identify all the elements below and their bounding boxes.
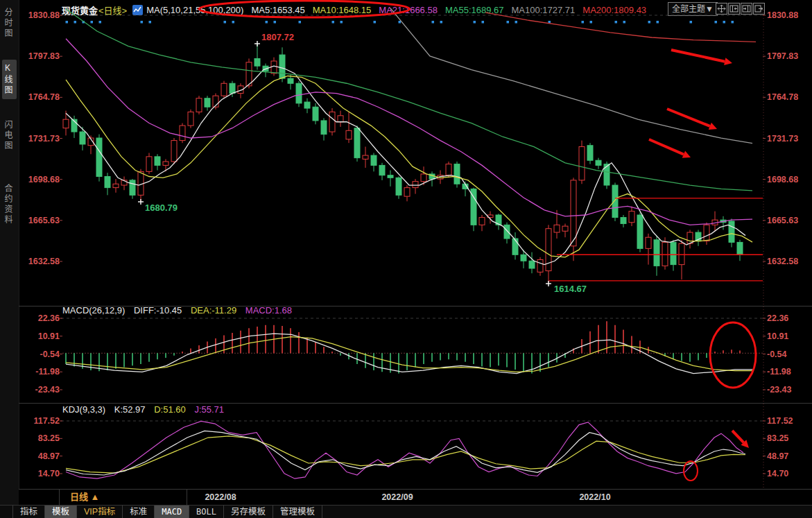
svg-text:1807.72: 1807.72 [261,32,294,42]
xaxis-month-label: 2022/10 [579,490,610,505]
ma-lines-layer [66,4,756,265]
gridlines-layer [19,10,812,487]
svg-text:-23.43: -23.43 [767,385,791,395]
drawn-ellipse [710,322,756,388]
tab-另存模板[interactable]: 另存模板 [224,506,273,518]
tab-VIP指标[interactable]: VIP指标 [77,506,123,518]
kdj-layer [66,421,745,478]
sidebar-item-contract-info[interactable]: 合约资料 [2,180,17,229]
ma-line-ma21 [66,39,752,225]
tab-指标[interactable]: 指标 [12,506,45,518]
svg-text:1764.78: 1764.78 [28,92,60,102]
ma10-value: MA10:1648.15 [313,5,372,15]
xaxis-month-label: 2022/09 [381,490,413,505]
ma-formula: MA(5,10,21,55,100,200) [146,5,243,15]
xaxis-month-label: 2022/08 [205,490,236,505]
drawn-arrow [732,431,743,442]
period-indicator: <日线> [98,3,127,17]
price-annotations-layer: 1807.721680.791614.67 [138,32,587,294]
svg-text:-23.43: -23.43 [35,385,60,395]
tab-MACD[interactable]: MACD [155,506,189,518]
svg-text:117.52: 117.52 [767,416,793,426]
macd-dea-line [66,337,752,372]
kdj-title: KDJ(9,3,3) [62,404,105,415]
svg-text:1632.58: 1632.58 [767,257,798,266]
pane-export-icon[interactable] [753,3,765,15]
pane-right-icon[interactable] [741,3,752,15]
ma21-value: MA21:1666.58 [379,5,438,15]
symbol-name: 现货黄金 [62,3,98,17]
svg-text:48.97: 48.97 [767,451,788,461]
svg-text:48.97: 48.97 [38,451,60,461]
svg-text:1797.83: 1797.83 [767,51,798,61]
sidebar-item-time-chart[interactable]: 分时图 [2,4,17,42]
kdj-k-line [66,431,745,475]
drawn-arrow [671,50,725,62]
tab-模板[interactable]: 模板 [45,506,77,518]
svg-text:117.52: 117.52 [33,416,60,426]
ma5-value: MA5:1653.45 [251,5,304,15]
svg-text:83.25: 83.25 [38,433,60,443]
pane-left-icon[interactable] [728,3,740,15]
kline-chart[interactable]: 1830.881830.881797.831797.831764.781764.… [0,0,812,518]
drawn-annotations-layer[interactable] [199,1,763,481]
sidebar-item-kline-chart[interactable]: K线图 [2,60,17,99]
candlestick-chart-icon [132,5,143,15]
svg-text:1680.79: 1680.79 [145,202,178,213]
macd-layer [62,321,763,373]
svg-text:1698.68: 1698.68 [767,175,798,184]
kdj-j-value: J:55.71 [194,404,224,415]
bottom-tabbar: 指标模板VIP指标标准MACDBOLL另存模板管理模板 [0,505,812,518]
drawn-ellipse [684,461,698,481]
svg-text:10.91: 10.91 [767,331,788,341]
left-sidebar: 分时图K线图闪电图合约资料 [0,0,19,518]
kdj-panel-header: KDJ(9,3,3) K:52.97 D:51.60 J:55.71 [62,404,230,415]
svg-text:-0.54: -0.54 [40,349,60,359]
macd-panel-header: MACD(26,12,9) DIFF:-10.45 DEA:-11.29 MAC… [62,305,298,316]
svg-text:1764.78: 1764.78 [767,92,798,102]
svg-text:14.70: 14.70 [38,469,60,478]
ma200-value: MA200:1809.43 [582,5,646,15]
svg-text:1614.67: 1614.67 [554,284,587,294]
move-icon[interactable] [716,3,727,15]
sidebar-item-lightning-chart[interactable]: 闪电图 [2,116,17,155]
svg-text:1665.63: 1665.63 [28,216,60,225]
svg-text:22.36: 22.36 [767,313,788,323]
theme-dropdown-button[interactable]: 全部主题▼ [668,2,718,16]
macd-title: MACD(26,12,9) [62,305,125,316]
svg-text:10.91: 10.91 [38,331,60,341]
svg-text:14.70: 14.70 [767,469,788,478]
tab-管理模板[interactable]: 管理模板 [273,506,322,518]
kdj-k-value: K:52.97 [114,404,146,415]
svg-text:-11.98: -11.98 [767,367,791,377]
svg-text:1632.58: 1632.58 [28,257,60,266]
kdj-j-line [66,421,743,478]
kdj-d-value: D:51.60 [154,404,186,415]
svg-text:22.36: 22.36 [38,313,60,323]
candles-layer [63,44,743,284]
period-selector-cell[interactable]: 日线 ▲ [59,490,187,505]
svg-text:-11.98: -11.98 [35,367,60,377]
event-dots-layer [66,21,734,24]
svg-text:1797.83: 1797.83 [28,51,60,61]
ma55-value: MA55:1689.67 [445,5,504,15]
svg-text:83.25: 83.25 [767,433,788,443]
drawn-arrow [667,109,710,126]
svg-text:1731.73: 1731.73 [28,134,60,144]
svg-text:1665.63: 1665.63 [767,216,798,225]
chart-header: 现货黄金 <日线> MA(5,10,21,55,100,200) MA5:165… [19,0,812,19]
kdj-d-line [66,436,745,473]
macd-macd-value: MACD:1.68 [245,305,292,316]
svg-text:1731.73: 1731.73 [767,134,798,144]
ma-line-ma10 [66,76,752,257]
svg-text:1698.68: 1698.68 [28,175,60,184]
time-axis-row: 日线 ▲ 2022/082022/092022/10 [19,489,812,506]
ma100-value: MA100:1727.71 [512,5,576,15]
macd-diff-line [66,334,752,373]
ma-line-ma5 [66,66,745,264]
tab-标准[interactable]: 标准 [123,506,155,518]
tab-BOLL[interactable]: BOLL [189,506,224,518]
ma-line-ma100 [387,4,752,144]
trading-terminal: 分时图K线图闪电图合约资料 现货黄金 <日线> MA(5,10,21,55,10… [0,0,812,518]
macd-diff-value: DIFF:-10.45 [134,305,182,316]
